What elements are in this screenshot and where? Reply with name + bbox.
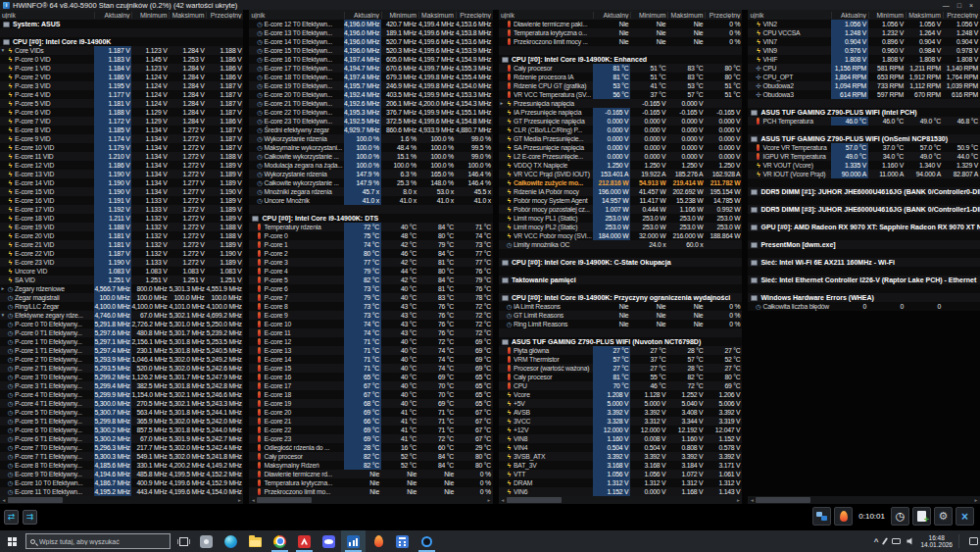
sensor-row[interactable]: Odległość rdzenia do ...28 °C16 °C60 °C2… — [249, 443, 492, 452]
sensor-group-header[interactable]: Taktowanie pamięci — [499, 276, 742, 284]
sensor-row[interactable]: ▸◷Zegary rdzeniowe4,566.7 MHz800.0 MHz5,… — [0, 284, 243, 293]
sensor-group-header[interactable]: CPU [#0]: Intel Core i9-14900K: Enhanced — [499, 55, 742, 64]
column-header-current[interactable]: Aktualny — [593, 12, 630, 19]
sensor-row[interactable]: ϟRdzenie IA Pobór mocy196.000 W41.457 W2… — [499, 187, 742, 196]
display-icon[interactable] — [892, 538, 901, 544]
sensor-row[interactable]: ϟVDDQ TX Napięcie1.250 V1.250 V1.250 V1.… — [499, 161, 742, 170]
taskbar-app-flame-app[interactable] — [366, 530, 390, 552]
sensor-row[interactable]: ϟVR VCC Prąd (SVID IOUT)153.401 A19.922 … — [499, 170, 742, 178]
sensor-row[interactable]: ϟSA Przesunięcie napięcia0.000 V0.000 V0… — [499, 143, 742, 152]
sensor-row[interactable]: ϟGT Media Przesunięcie...0.000 V0.000 V0… — [499, 134, 742, 143]
sensor-row[interactable]: ϟCLR (CBo/LLC/Ring) P...0.000 V0.000 V0.… — [499, 125, 742, 134]
sensor-row[interactable]: ϟP-core 4 VID1.177 V1.124 V1.284 V1.187 … — [0, 90, 243, 99]
sensor-row[interactable]: ◷E-core 17 T0 Efektywn...4,194.7 MHz670.… — [249, 64, 492, 73]
sensor-row[interactable]: ◷Limity mnożnika OC24.0 x60.0 x — [499, 240, 742, 249]
sensor-row[interactable]: Temperatury rdzenia72 °C40 °C84 °C71 °C — [249, 223, 492, 231]
sensor-row[interactable]: ◷E-core 16 T0 Efektywn...4,197.4 MHz605.… — [249, 55, 492, 64]
sensor-row[interactable]: ◷P-core 4 T0 Efektywny...5,299.9 MHz1,15… — [0, 390, 243, 399]
sensor-row[interactable]: ◷P-core 4 T1 Efektywny...5,300.0 MHz270.… — [0, 399, 243, 408]
sensor-row[interactable]: ▾ϟCore VIDs1.187 V1.123 V1.284 V1.188 V — [0, 46, 243, 55]
minimize-button[interactable]: — — [943, 2, 950, 9]
sensor-group-header[interactable]: ASUS TUF GAMING Z790-PLUS WIFI (Nuvoton … — [499, 337, 742, 346]
taskbar-app-app-grey[interactable] — [194, 530, 219, 552]
scroll-left-icon[interactable]: ◂ — [249, 497, 257, 503]
column-header-min[interactable]: Minimum — [381, 12, 418, 19]
sensor-row[interactable]: ◷P-core 5 T0 Efektywny...5,300.7 MHz563.… — [0, 408, 243, 417]
sensor-row[interactable]: ϟP-core 0 VID1.183 V1.145 V1.253 V1.186 … — [0, 55, 243, 64]
sensor-row[interactable]: E-core 1665 °C40 °C69 °C65 °C — [249, 373, 492, 381]
sensor-row[interactable]: ϟP-core 6 VID1.188 V1.129 V1.284 V1.187 … — [0, 108, 243, 117]
sensor-row[interactable]: ϟE-core 19 VID1.188 V1.132 V1.272 V1.188… — [0, 223, 243, 231]
sensor-row[interactable]: ϟBAT_3V3.168 V3.168 V3.184 V3.171 V — [499, 461, 742, 470]
sensor-row[interactable]: ϟVIN61.152 V0.000 V1.168 V1.143 V — [499, 487, 742, 496]
sensor-row[interactable]: ϟVIN90.976 V0.960 V0.984 V0.978 V — [748, 46, 980, 55]
pen-icon[interactable] — [882, 537, 888, 545]
sensor-group-header[interactable]: DDR5 DIMM [#3]: JUHOR JHE6000U4616JG (BA… — [748, 205, 980, 214]
sensor-row[interactable]: ◷E-core 18 T0 Efektywn...4,197.4 MHz679.… — [249, 73, 492, 81]
sensor-row[interactable]: P-core 075 °C48 °C80 °C74 °C — [249, 231, 492, 240]
sensor-row[interactable]: P-core 479 °C44 °C80 °C76 °C — [249, 267, 492, 276]
sensor-row[interactable]: Rdzenie CPU GT (grafika)53 °C41 °C53 °C5… — [499, 81, 742, 90]
sensor-row[interactable]: Maksymalny Rdzeń82 °C52 °C84 °C80 °C — [249, 461, 492, 470]
column-header-max[interactable]: Maksimum — [418, 12, 456, 19]
sensor-row[interactable]: ϟE-core 21 VID1.181 V1.132 V1.272 V1.189… — [0, 240, 243, 249]
scrollbar-thumb[interactable] — [507, 497, 562, 503]
sensor-row[interactable]: ◷P-core 0 T1 Efektywny...5,297.6 MHz480.… — [0, 328, 243, 337]
sensor-row[interactable]: ◷Ring Limit ReasonsNieNieNie0 % — [499, 320, 742, 328]
sensor-row[interactable]: ϟE-core 13 VID1.190 V1.134 V1.272 V1.189… — [0, 170, 243, 178]
sensor-row[interactable]: ✣CPU1,156 RPM581 RPM1,211 RPM1,140 RPM — [748, 64, 980, 73]
column-header-avg[interactable]: Przeciętny — [206, 12, 243, 19]
sensor-row[interactable]: E-core 1767 °C40 °C70 °C65 °C — [249, 381, 492, 390]
sensor-row[interactable]: ◷Maksymalne wykorzystani...100.0 %48.4 %… — [249, 143, 492, 152]
taskbar-app-discord[interactable] — [317, 530, 341, 552]
column-header-sensor[interactable]: ujnik — [499, 12, 593, 19]
sensor-row[interactable]: Cały procesor81 °C55 °C82 °C80 °C — [499, 373, 742, 381]
sensor-group-header[interactable]: PresentMon [dwm.exe] — [748, 240, 980, 249]
sensor-row[interactable]: E-core 2166 °C41 °C71 °C67 °C — [249, 417, 492, 426]
sensor-row[interactable]: ◷P-core 0 T0 Efektywny...5,291.8 MHz2,72… — [0, 320, 243, 328]
sensor-row[interactable]: E-core 2369 °C41 °C72 °C67 °C — [249, 434, 492, 443]
sensor-row[interactable]: E-core 1174 °C43 °C76 °C72 °C — [249, 328, 492, 337]
scroll-left-icon[interactable]: ◂ — [0, 497, 8, 503]
sensor-row[interactable]: ◷P-core 7 T1 Efektywny...5,300.3 MHz549.… — [0, 452, 243, 461]
sensor-row[interactable]: ◷P-core 3 T0 Efektywny...5,299.2 MHz1,12… — [0, 373, 243, 381]
sensor-row[interactable]: ϟVTT1.056 V1.056 V1.072 V1.061 V — [499, 470, 742, 478]
sensor-row[interactable]: ◷P-core 1 T0 Efektywny...5,297.1 MHz2,15… — [0, 337, 243, 346]
sensor-row[interactable]: ϟDRAM1.312 V1.312 V1.312 V1.312 V — [499, 478, 742, 487]
sensor-group-header[interactable]: Windows Hardware Errors (WHEA) — [748, 293, 980, 302]
sensor-row[interactable]: ◷E-core 12 T0 Efektywn...4,196.0 MHz420.… — [249, 20, 492, 28]
sensor-group-header[interactable]: DDR5 DIMM [#1]: JUHOR JHE6000U4616JG (BA… — [748, 187, 980, 196]
column-header-max[interactable]: Maksimum — [169, 12, 206, 19]
notification-center-icon[interactable] — [969, 537, 978, 545]
sensor-row[interactable]: Przekroczono limit mo...NieNieNie0 % — [249, 487, 492, 496]
sensor-group-header[interactable]: CPU [#0]: Intel Core i9-14900K: C-State … — [499, 258, 742, 267]
sensor-row[interactable]: ϟUncore VID1.083 V1.083 V1.083 V1.083 V — [0, 267, 243, 276]
sensor-row[interactable]: VRM Thermistor57 °C37 °C57 °C52 °C — [499, 355, 742, 364]
sensor-row[interactable]: ϟIA Przesunięcie napięcia-0.165 V-0.165 … — [499, 108, 742, 117]
sensor-row[interactable]: ◷Wykorzystanie rdzenia147.9 %6.3 %165.0 … — [249, 170, 492, 178]
sensor-row[interactable]: E-core 1471 °C40 °C74 °C69 °C — [249, 355, 492, 364]
sensor-row[interactable]: ◷P-core 5 T1 Efektywny...5,299.8 MHz365.… — [0, 417, 243, 426]
sensor-row[interactable]: ◷Całkowita liczba błędów000 — [748, 302, 980, 311]
sensor-row[interactable]: ϟE-core 16 VID1.191 V1.133 V1.272 V1.189… — [0, 196, 243, 205]
sensor-row[interactable]: ✣Obudowa21,094 RPM733 RPM1,112 RPM1,039 … — [748, 81, 980, 90]
sensor-row[interactable]: ϟE-core 11 VID1.210 V1.134 V1.272 V1.188… — [0, 152, 243, 161]
sensor-row[interactable]: ▾◷Efektywne zegary rdze...4,746.0 MHz67.… — [0, 311, 243, 320]
sensor-row[interactable]: IGPU VR Temperatura49.0 °C34.0 °C49.0 °C… — [748, 152, 980, 161]
sensor-row[interactable]: ✣CPU_OPT1,864 RPM653 RPM1,912 RPM1,764 R… — [748, 73, 980, 81]
sensor-row[interactable]: Cały procesor82 °C52 °C84 °C80 °C — [249, 452, 492, 461]
sensor-row[interactable]: ◷E-core 13 T0 Efektywn...4,196.0 MHz189.… — [249, 28, 492, 37]
sensor-row[interactable]: ϟPobór mocy pozostałej cz...1.007 W0.444… — [499, 205, 742, 214]
sensor-row[interactable]: ϟVIN81.160 V0.008 V1.160 V1.152 V — [499, 434, 742, 443]
sensor-row[interactable]: ϟLimit mocy PL2 (Static)253.0 W253.0 W25… — [499, 223, 742, 231]
sensor-row[interactable]: ◷E-core 11 T0 Efektywn...4,195.2 MHz443.… — [0, 487, 243, 496]
sensor-row[interactable]: ϟVIN40.504 V0.504 V0.808 V0.578 V — [499, 443, 742, 452]
taskbar-search[interactable] — [25, 533, 171, 549]
sensor-row[interactable]: ϟPobór mocy System Agent14.957 W11.417 W… — [499, 196, 742, 205]
sensor-row[interactable]: ϟE-core 12 VID1.186 V1.134 V1.272 V1.189… — [0, 161, 243, 170]
sensor-row[interactable]: ◷P-core 7 T0 Efektywny...5,296.3 MHz217.… — [0, 443, 243, 452]
column-header-max[interactable]: Maksimum — [667, 12, 705, 19]
sensor-row[interactable]: ◷E-core 8 T0 Efektywny...4,185.6 MHz330.… — [0, 461, 243, 470]
sensor-row[interactable]: ◷IA Limit ReasonsNieNieNie0 % — [499, 302, 742, 311]
scrollbar-thumb[interactable] — [257, 497, 312, 503]
